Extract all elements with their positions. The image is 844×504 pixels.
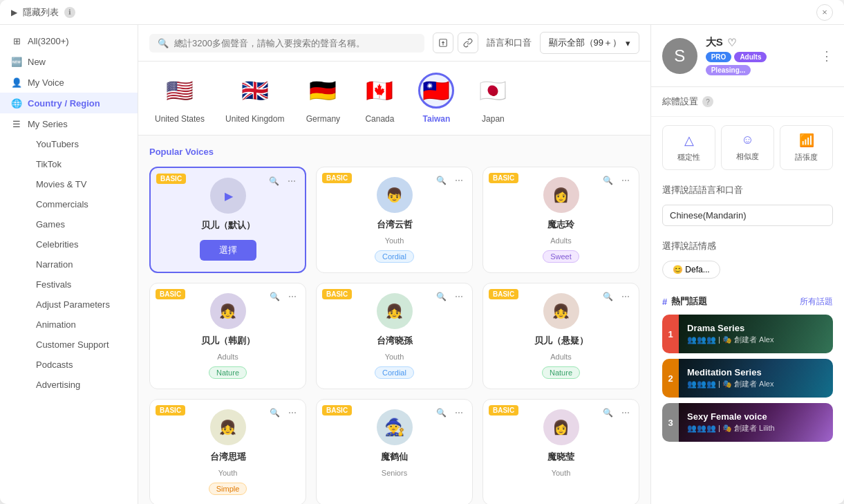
- sidebar-label-tiktok: TikTok: [36, 159, 62, 169]
- voice-card-3: BASIC 🔍 ⋯ 👩 魔志玲 Adults Sweet: [482, 167, 639, 273]
- voice-name-2: 台湾云哲: [377, 218, 413, 231]
- sidebar-item-adjust[interactable]: Adjust Parameters: [25, 295, 138, 315]
- topic-overlay-1: Drama Series 👥👥👥 | 🎭 創建者 Alex: [679, 315, 833, 353]
- voice-age-5: Youth: [385, 353, 404, 361]
- voice-age-7: Youth: [218, 469, 238, 477]
- search-btn-4[interactable]: 🔍: [267, 289, 282, 304]
- more-btn-3[interactable]: ⋯: [618, 173, 633, 188]
- lang-label: 語言和口音: [487, 37, 532, 49]
- more-btn-7[interactable]: ⋯: [285, 405, 300, 420]
- avatar-play-1[interactable]: [210, 178, 246, 214]
- badge-8: BASIC: [322, 405, 352, 416]
- stability-icon: △: [684, 133, 694, 148]
- sidebar-item-podcasts[interactable]: Podcasts: [25, 355, 138, 375]
- title-bar-label: 隱藏列表: [23, 6, 59, 19]
- topic-num-1: 1: [662, 315, 679, 353]
- search-btn-1[interactable]: 🔍: [266, 174, 281, 189]
- sidebar-item-youtubers[interactable]: YouTubers: [25, 134, 138, 154]
- select-button-1[interactable]: 選擇: [200, 240, 256, 261]
- tag-pro: PRO: [706, 52, 732, 62]
- topic-content-1: Drama Series 👥👥👥 | 🎭 創建者 Alex: [679, 315, 833, 353]
- tension-button[interactable]: 📶 語張度: [780, 125, 833, 170]
- country-label-us: United States: [155, 114, 205, 124]
- search-btn-8[interactable]: 🔍: [433, 405, 449, 420]
- lang-dropdown[interactable]: Chinese(Mandarin): [662, 205, 833, 226]
- more-btn-2[interactable]: ⋯: [451, 173, 467, 188]
- link-icon-button[interactable]: [458, 32, 478, 53]
- sidebar-item-tiktok[interactable]: TikTok: [25, 154, 138, 174]
- topic-content-3: Sexy Female voice 👥👥👥 | 🎭 創建者 Lilith: [679, 403, 833, 442]
- avatar-8: 🧙: [377, 409, 413, 445]
- country-item-uk[interactable]: 🇬🇧 United Kingdom: [225, 73, 284, 124]
- more-btn-1[interactable]: ⋯: [284, 174, 299, 189]
- search-actions: [433, 32, 478, 53]
- sidebar-item-customersupport[interactable]: Customer Support: [25, 335, 138, 355]
- sidebar-item-movies[interactable]: Movies & TV: [25, 174, 138, 194]
- settings-icons: △ 穩定性 ☺ 相似度 📶 語張度: [651, 117, 844, 178]
- sidebar-label-youtubers: YouTubers: [36, 139, 79, 149]
- sidebar-item-festivals[interactable]: Festivals: [25, 274, 138, 295]
- search-btn-3[interactable]: 🔍: [600, 173, 615, 188]
- search-btn-5[interactable]: 🔍: [433, 289, 449, 304]
- more-btn-4[interactable]: ⋯: [285, 289, 300, 304]
- more-btn-8[interactable]: ⋯: [451, 405, 467, 420]
- emotion-section-header: 選擇說話情感: [651, 234, 844, 258]
- search-input[interactable]: [174, 38, 416, 48]
- badge-9: BASIC: [489, 405, 518, 416]
- voice-name-8: 魔鹤仙: [381, 451, 408, 463]
- sidebar-item-new[interactable]: 🆕 New: [0, 51, 138, 72]
- emotion-button[interactable]: 😊 Defa...: [662, 261, 720, 279]
- similarity-button[interactable]: ☺ 相似度: [721, 125, 774, 170]
- search-btn-9[interactable]: 🔍: [600, 405, 615, 420]
- more-icon[interactable]: ⋮: [820, 48, 833, 64]
- sidebar-item-myseries[interactable]: ☰ My Series: [0, 113, 138, 134]
- search-btn-2[interactable]: 🔍: [433, 173, 449, 188]
- search-btn-7[interactable]: 🔍: [267, 405, 282, 420]
- stability-button[interactable]: △ 穩定性: [662, 125, 715, 170]
- voice-tag-7: Simple: [209, 483, 247, 495]
- sidebar-item-games[interactable]: Games: [25, 214, 138, 234]
- more-btn-6[interactable]: ⋯: [618, 289, 633, 304]
- more-btn-5[interactable]: ⋯: [451, 289, 467, 304]
- lang-section-label: 選擇說話語言和口音: [662, 185, 743, 195]
- topic-card-1[interactable]: 1 Drama Series 👥👥👥 | 🎭 創建者 Alex: [662, 315, 833, 353]
- upload-icon-button[interactable]: [433, 32, 453, 53]
- topic-name-2: Meditation Series: [687, 367, 825, 377]
- sidebar-item-country[interactable]: 🌐 Country / Region: [0, 93, 138, 113]
- voice-name-6: 贝儿（悬疑）: [534, 335, 588, 347]
- sidebar-label-festivals: Festivals: [36, 279, 71, 290]
- badge-6: BASIC: [489, 289, 518, 299]
- sidebar-item-advertising[interactable]: Advertising: [25, 375, 138, 395]
- country-item-de[interactable]: 🇩🇪 Germany: [305, 73, 341, 124]
- sidebar-item-animation[interactable]: Animation: [25, 315, 138, 335]
- country-item-ca[interactable]: 🇨🇦 Canada: [362, 73, 397, 124]
- voice-card-5: BASIC 🔍 ⋯ 👧 台湾晓孫 Youth Cordial: [316, 283, 473, 389]
- country-item-us[interactable]: 🇺🇸 United States: [155, 73, 205, 124]
- country-item-tw[interactable]: 🇹🇼 Taiwan: [418, 73, 454, 124]
- sidebar-item-celebrities[interactable]: Celebrities: [25, 234, 138, 254]
- close-button[interactable]: ×: [816, 4, 833, 21]
- voice-name-3: 魔志玲: [547, 218, 574, 231]
- topic-meta-1: 👥👥👥 | 🎭 創建者 Alex: [687, 335, 825, 345]
- card-actions-9: 🔍 ⋯: [600, 405, 633, 420]
- more-btn-9[interactable]: ⋯: [618, 405, 633, 420]
- popular-voices-title: Popular Voices: [149, 147, 639, 157]
- sidebar-item-all[interactable]: ⊞ All(3200+): [0, 30, 138, 51]
- content-area: 🔍 語言和口音 顯示全部（99＋） ▾: [138, 25, 650, 504]
- sidebar-item-myvoice[interactable]: 👤 My Voice: [0, 72, 138, 93]
- lang-select-dropdown[interactable]: 顯示全部（99＋） ▾: [540, 32, 639, 54]
- topic-card-2[interactable]: 2 Meditation Series 👥👥👥 | 🎭 創建者 Alex: [662, 359, 833, 398]
- search-btn-6[interactable]: 🔍: [600, 289, 615, 304]
- voice-tag-3: Sweet: [543, 250, 579, 263]
- voice-tag-6: Nature: [542, 366, 580, 379]
- country-label-ca: Canada: [365, 114, 394, 124]
- card-actions-7: 🔍 ⋯: [267, 405, 300, 420]
- sidebar-label-movies: Movies & TV: [36, 179, 86, 189]
- topic-card-3[interactable]: 3 Sexy Female voice 👥👥👥 | 🎭 創建者 Lilith: [662, 403, 833, 442]
- sidebar-item-commercials[interactable]: Commercials: [25, 194, 138, 214]
- hot-topics-all-link[interactable]: 所有話題: [800, 296, 833, 308]
- country-item-jp[interactable]: 🇯🇵 Japan: [475, 73, 511, 124]
- sidebar-item-narration[interactable]: Narration: [25, 254, 138, 274]
- card-actions-3: 🔍 ⋯: [600, 173, 633, 188]
- badge-5: BASIC: [322, 289, 352, 299]
